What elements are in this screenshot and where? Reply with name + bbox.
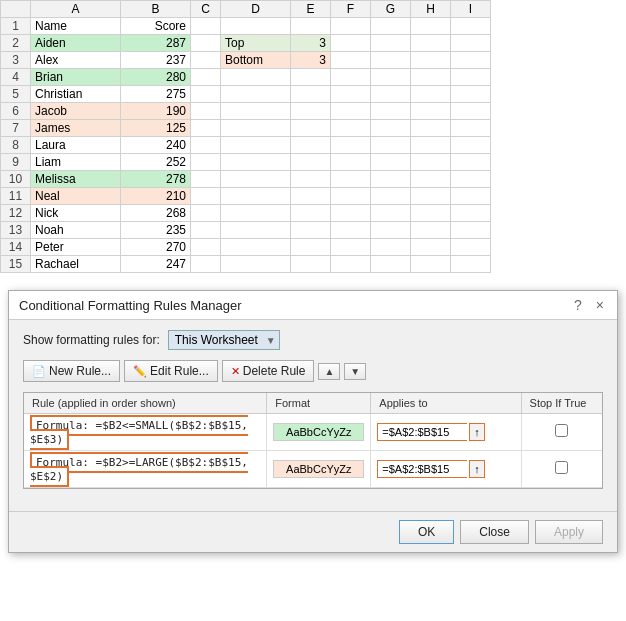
cell-f15[interactable] <box>331 256 371 273</box>
cell-c2[interactable] <box>191 35 221 52</box>
apply-button[interactable]: Apply <box>535 520 603 544</box>
cell-h6[interactable] <box>411 103 451 120</box>
cell-g2[interactable] <box>371 35 411 52</box>
cell-c9[interactable] <box>191 154 221 171</box>
cell-h13[interactable] <box>411 222 451 239</box>
cell-g6[interactable] <box>371 103 411 120</box>
cell-g14[interactable] <box>371 239 411 256</box>
cell-d4[interactable] <box>221 69 291 86</box>
cell-d11[interactable] <box>221 188 291 205</box>
cell-e5[interactable] <box>291 86 331 103</box>
applies-select-button-0[interactable]: ↑ <box>469 423 485 441</box>
cell-e1[interactable] <box>291 18 331 35</box>
cell-c4[interactable] <box>191 69 221 86</box>
cell-a13[interactable]: Noah <box>31 222 121 239</box>
cell-e9[interactable] <box>291 154 331 171</box>
stop-checkbox-1[interactable] <box>555 461 568 474</box>
applies-input-1[interactable] <box>377 460 467 478</box>
cell-h5[interactable] <box>411 86 451 103</box>
applies-input-0[interactable] <box>377 423 467 441</box>
cell-b3[interactable]: 237 <box>121 52 191 69</box>
cell-b1[interactable]: Score <box>121 18 191 35</box>
cell-a9[interactable]: Liam <box>31 154 121 171</box>
cell-d12[interactable] <box>221 205 291 222</box>
cell-c15[interactable] <box>191 256 221 273</box>
cell-g7[interactable] <box>371 120 411 137</box>
cell-b6[interactable]: 190 <box>121 103 191 120</box>
ok-button[interactable]: OK <box>399 520 454 544</box>
cell-e4[interactable] <box>291 69 331 86</box>
cell-e2[interactable]: 3 <box>291 35 331 52</box>
cell-f10[interactable] <box>331 171 371 188</box>
cell-e11[interactable] <box>291 188 331 205</box>
cell-h3[interactable] <box>411 52 451 69</box>
cell-g8[interactable] <box>371 137 411 154</box>
cell-e7[interactable] <box>291 120 331 137</box>
help-button[interactable]: ? <box>571 297 585 313</box>
cell-a11[interactable]: Neal <box>31 188 121 205</box>
cell-f11[interactable] <box>331 188 371 205</box>
cell-f6[interactable] <box>331 103 371 120</box>
cell-a8[interactable]: Laura <box>31 137 121 154</box>
cell-c7[interactable] <box>191 120 221 137</box>
move-up-button[interactable]: ▲ <box>318 363 340 380</box>
cell-a4[interactable]: Brian <box>31 69 121 86</box>
cell-a6[interactable]: Jacob <box>31 103 121 120</box>
cell-h2[interactable] <box>411 35 451 52</box>
cell-f3[interactable] <box>331 52 371 69</box>
cell-g12[interactable] <box>371 205 411 222</box>
cell-d7[interactable] <box>221 120 291 137</box>
cell-b12[interactable]: 268 <box>121 205 191 222</box>
cell-g11[interactable] <box>371 188 411 205</box>
cell-b8[interactable]: 240 <box>121 137 191 154</box>
cell-h1[interactable] <box>411 18 451 35</box>
cell-i7[interactable] <box>451 120 491 137</box>
cell-f2[interactable] <box>331 35 371 52</box>
delete-rule-button[interactable]: ✕ Delete Rule <box>222 360 315 382</box>
cell-h8[interactable] <box>411 137 451 154</box>
cell-a1[interactable]: Name <box>31 18 121 35</box>
cell-h7[interactable] <box>411 120 451 137</box>
cell-g15[interactable] <box>371 256 411 273</box>
cell-g9[interactable] <box>371 154 411 171</box>
cell-h14[interactable] <box>411 239 451 256</box>
cell-i5[interactable] <box>451 86 491 103</box>
cell-a3[interactable]: Alex <box>31 52 121 69</box>
cell-a14[interactable]: Peter <box>31 239 121 256</box>
cell-d13[interactable] <box>221 222 291 239</box>
cell-g5[interactable] <box>371 86 411 103</box>
cell-f14[interactable] <box>331 239 371 256</box>
cell-b10[interactable]: 278 <box>121 171 191 188</box>
cell-d5[interactable] <box>221 86 291 103</box>
cell-b2[interactable]: 287 <box>121 35 191 52</box>
cell-i3[interactable] <box>451 52 491 69</box>
cell-h9[interactable] <box>411 154 451 171</box>
cell-c3[interactable] <box>191 52 221 69</box>
new-rule-button[interactable]: 📄 New Rule... <box>23 360 120 382</box>
cell-i8[interactable] <box>451 137 491 154</box>
cell-d6[interactable] <box>221 103 291 120</box>
cell-c12[interactable] <box>191 205 221 222</box>
cell-i13[interactable] <box>451 222 491 239</box>
cell-g4[interactable] <box>371 69 411 86</box>
cell-b9[interactable]: 252 <box>121 154 191 171</box>
stop-checkbox-0[interactable] <box>555 424 568 437</box>
applies-select-button-1[interactable]: ↑ <box>469 460 485 478</box>
cell-e8[interactable] <box>291 137 331 154</box>
cell-a12[interactable]: Nick <box>31 205 121 222</box>
cell-c5[interactable] <box>191 86 221 103</box>
cell-c11[interactable] <box>191 188 221 205</box>
cell-i14[interactable] <box>451 239 491 256</box>
cell-e15[interactable] <box>291 256 331 273</box>
close-button[interactable]: × <box>593 297 607 313</box>
cell-b4[interactable]: 280 <box>121 69 191 86</box>
cell-h10[interactable] <box>411 171 451 188</box>
cell-g10[interactable] <box>371 171 411 188</box>
cell-f4[interactable] <box>331 69 371 86</box>
cell-h11[interactable] <box>411 188 451 205</box>
cell-d3[interactable]: Bottom <box>221 52 291 69</box>
cell-d2[interactable]: Top <box>221 35 291 52</box>
cell-a5[interactable]: Christian <box>31 86 121 103</box>
cell-d14[interactable] <box>221 239 291 256</box>
cell-f13[interactable] <box>331 222 371 239</box>
